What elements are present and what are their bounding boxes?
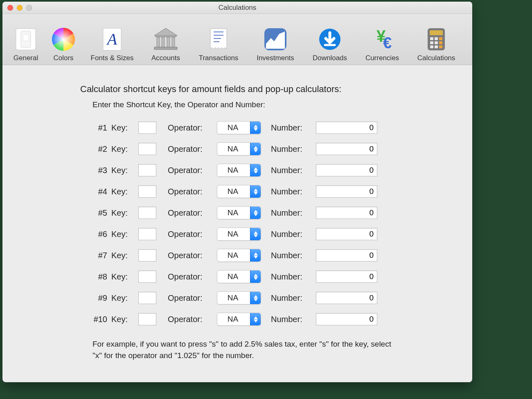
number-input[interactable] [316,122,377,134]
svg-marker-38 [254,171,258,174]
operator-value: NA [217,272,250,281]
operator-label: Operator: [168,187,213,196]
operator-select[interactable]: NA [217,228,261,241]
row-index: #8 [88,272,107,282]
key-label: Key: [111,230,134,239]
number-label: Number: [271,315,312,324]
row-index: #3 [88,166,107,175]
number-label: Number: [271,208,312,218]
svg-rect-25 [435,37,438,40]
operator-value: NA [217,166,250,175]
key-label: Key: [111,272,134,282]
operator-value: NA [217,230,250,239]
operator-select[interactable]: NA [217,164,261,177]
number-input[interactable] [316,228,377,240]
number-input[interactable] [316,207,377,219]
tab-label: Transactions [199,54,239,62]
row-index: #9 [88,293,107,303]
colors-icon [50,26,77,52]
window-controls [7,5,32,11]
svg-rect-11 [172,37,175,47]
key-label: Key: [111,166,134,175]
key-label: Key: [111,208,134,218]
chevron-up-down-icon [250,185,261,198]
key-input[interactable] [138,228,156,240]
operator-label: Operator: [168,272,213,282]
preferences-toolbar: General [2,14,472,65]
tab-currencies[interactable]: ¥ € Currencies [358,26,407,62]
tab-downloads[interactable]: Downloads [304,26,355,62]
operator-select[interactable]: NA [217,206,261,219]
close-icon[interactable] [7,5,13,11]
number-input[interactable] [316,292,377,304]
shortcut-row: #6 Key: Operator: NA Number: [88,225,456,243]
svg-marker-51 [254,316,258,319]
key-label: Key: [111,315,134,324]
tab-calculations[interactable]: Calculations [409,26,463,62]
row-index: #7 [88,251,107,260]
operator-select[interactable]: NA [217,142,261,156]
shortcut-row: #4 Key: Operator: NA Number: [88,183,456,200]
row-index: #5 [88,208,107,218]
row-index: #10 [88,315,107,324]
svg-marker-43 [254,231,258,234]
operator-select[interactable]: NA [217,291,261,304]
operator-select[interactable]: NA [217,121,261,134]
key-input[interactable] [138,207,156,219]
key-input[interactable] [138,271,156,283]
shortcut-row: #5 Key: Operator: NA Number: [88,204,456,221]
tab-label: Accounts [151,54,180,62]
tab-colors[interactable]: Colors [46,26,81,62]
svg-marker-44 [254,234,258,237]
tab-accounts[interactable]: Accounts [143,26,188,62]
operator-select[interactable]: NA [217,313,261,326]
tab-label: Investments [257,54,294,62]
minimize-icon[interactable] [17,5,23,11]
row-index: #6 [88,230,107,239]
currency-icon: ¥ € [369,26,395,52]
operator-value: NA [217,251,250,260]
svg-rect-28 [435,41,438,44]
key-input[interactable] [138,143,156,155]
tab-transactions[interactable]: Transactions [191,26,246,62]
number-input[interactable] [316,271,377,283]
operator-value: NA [217,187,250,196]
key-input[interactable] [138,122,156,134]
svg-rect-26 [439,37,442,40]
number-label: Number: [271,293,312,303]
number-label: Number: [271,187,312,196]
operator-label: Operator: [168,166,213,175]
svg-marker-36 [254,149,258,152]
tab-general[interactable]: General [8,26,43,62]
section-subheading: Enter the Shortcut Key, the Operator and… [92,100,456,109]
general-icon [13,26,39,52]
number-input[interactable] [316,143,377,155]
chevron-up-down-icon [250,313,261,325]
number-label: Number: [271,166,312,175]
operator-select[interactable]: NA [217,249,261,262]
operator-label: Operator: [168,315,213,324]
shortcut-row: #7 Key: Operator: NA Number: [88,247,456,264]
key-input[interactable] [138,292,156,304]
svg-rect-32 [439,45,442,48]
tab-label: Fonts & Sizes [91,54,134,62]
shortcut-row: #1 Key: Operator: NA Number: [88,119,456,136]
key-input[interactable] [138,185,156,198]
number-input[interactable] [316,249,377,261]
key-input[interactable] [138,249,156,261]
svg-marker-49 [254,295,258,298]
key-input[interactable] [138,164,156,176]
tab-investments[interactable]: Investments [249,26,302,62]
tab-fonts-sizes[interactable]: A Fonts & Sizes [83,26,141,62]
number-input[interactable] [316,185,377,198]
number-input[interactable] [316,164,377,176]
number-input[interactable] [316,313,377,325]
tab-label: Currencies [365,54,399,62]
zoom-icon [26,5,32,11]
content-area: Calculator shortcut keys for amount fiel… [2,65,472,382]
svg-marker-50 [254,298,258,301]
key-input[interactable] [138,313,156,325]
operator-select[interactable]: NA [217,185,261,198]
svg-point-3 [52,28,75,51]
operator-select[interactable]: NA [217,270,261,283]
